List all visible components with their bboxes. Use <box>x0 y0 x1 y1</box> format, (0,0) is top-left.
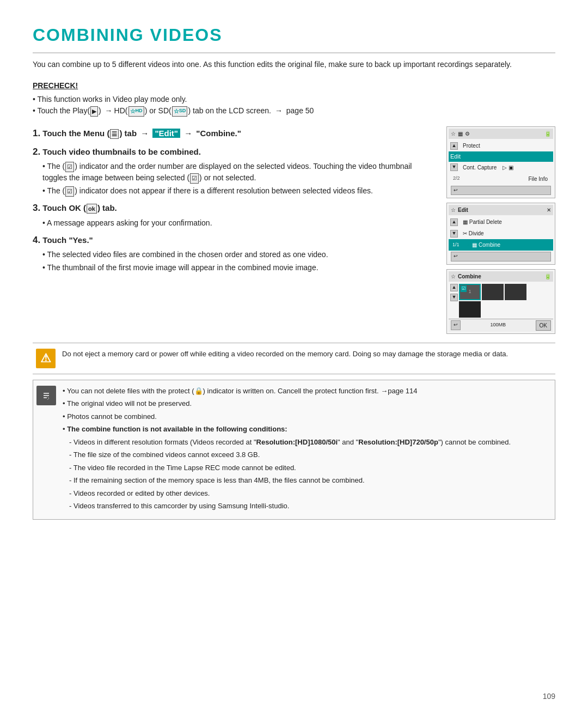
step-4-list: The selected video files are combined in… <box>33 249 436 273</box>
ui-edit-icon-row: ☆ Edit <box>451 206 468 214</box>
step-4: 4. Touch "Yes." The selected video files… <box>33 233 436 274</box>
ui-menu-edit-row: Edit <box>449 151 553 162</box>
ui-combine-battery: 🔋 <box>544 272 551 281</box>
ui-combine-cam-icon: ☆ <box>451 272 456 281</box>
ui-combine-bottom-bar: ↩ 100MB OK <box>449 319 553 332</box>
step-4-header: 4. Touch "Yes." <box>33 233 436 247</box>
ui-panel-edit-header: ☆ Edit ✕ <box>449 205 553 215</box>
ui-menu-cont-capture: Cont. Capture ▷ ▣ <box>460 163 552 172</box>
step-3-item-1: A message appears asking for your confir… <box>42 217 436 229</box>
ui-panel-menu: ☆ ▦ ⚙ 🔋 ▲ Protect Edit ▼ Cont. Capture ▷… <box>446 126 555 198</box>
ui-thumbnails: ☑ 1 <box>459 284 526 318</box>
ui-edit-back-row: ↩ <box>449 251 553 263</box>
note-item-3: Photos cannot be combined. <box>63 411 511 422</box>
warning-text: Do not eject a memory card or power off … <box>62 349 508 360</box>
ui-thumb-1: ☑ 1 <box>459 284 481 300</box>
note-item-2: The original video will not be preserved… <box>63 398 511 409</box>
step-4-item-1: The selected video files are combined in… <box>42 249 436 260</box>
page-number: 109 <box>543 691 555 702</box>
ui-edit-cam-icon: ☆ <box>451 206 456 214</box>
menu-icon-grid: ▦ <box>458 130 463 138</box>
note-box: You can not delete files with the protec… <box>33 380 555 520</box>
ui-fraction-1: 2/2 <box>451 174 462 183</box>
ui-thumb-1-num: ☑ <box>461 285 467 292</box>
note-list: You can not delete files with the protec… <box>63 386 511 514</box>
note-item-6: The file size of the combined videos can… <box>63 449 511 460</box>
note-item-5: Videos in different resolution formats (… <box>63 437 511 448</box>
step-1: 1. Touch the Menu (☰) tab "Edit" "Combin… <box>33 126 436 141</box>
step-2-number: 2. <box>33 147 40 157</box>
precheck-item-1: This function works in Video play mode o… <box>33 94 555 105</box>
note-item-7: The video file recorded in the Time Laps… <box>63 463 511 473</box>
step-2-header: 2. Touch video thumbnails to be combined… <box>33 145 436 159</box>
ui-edit-nav-up: ▲ ▦ Partial Delete <box>449 216 553 228</box>
ui-thumb-4 <box>459 301 481 318</box>
ui-thumb-1-label: 1 <box>468 288 471 296</box>
ui-up-arrow[interactable]: ▲ <box>450 142 458 150</box>
ui-menu-protect-label: Protect <box>460 141 552 150</box>
ui-combine-icon-row: ☆ Combine <box>451 272 481 281</box>
step-3: 3. Touch OK (ok) tab. A message appears … <box>33 201 436 229</box>
ui-menu-edit-label: Edit <box>450 152 461 161</box>
step-1-header: 1. Touch the Menu (☰) tab "Edit" "Combin… <box>33 126 436 141</box>
ui-edit-title: Edit <box>458 206 468 214</box>
menu-icon-cam: ☆ <box>451 130 456 138</box>
ui-menu-cont-label: Cont. Capture ▷ ▣ <box>460 163 552 172</box>
ui-back-row: ↩ <box>449 185 553 197</box>
ui-down-arrow[interactable]: ▼ <box>450 163 458 171</box>
ui-panel-fraction-row: ▼ Cont. Capture ▷ ▣ <box>449 162 553 173</box>
note-item-4: The combine function is not available in… <box>63 424 511 435</box>
precheck-section: PRECHECK! This function works in Video p… <box>33 80 555 117</box>
ui-menu-protect: Protect <box>460 141 552 150</box>
ui-file-info: File Info <box>525 174 551 184</box>
ui-combine-label: ✓ ▦ Combine <box>463 240 504 250</box>
ui-screenshots: ☆ ▦ ⚙ 🔋 ▲ Protect Edit ▼ Cont. Capture ▷… <box>446 126 555 334</box>
instructions: 1. Touch the Menu (☰) tab "Edit" "Combin… <box>33 126 436 334</box>
step-3-header: 3. Touch OK (ok) tab. <box>33 201 436 215</box>
ui-combine-down[interactable]: ▼ <box>450 294 458 301</box>
ui-panel-menu-header: ☆ ▦ ⚙ 🔋 <box>449 129 553 139</box>
ui-combine-title: Combine <box>458 272 481 281</box>
ui-combine-nav-buttons: ▲ ▼ <box>450 284 458 318</box>
note-item-9: Videos recorded or edited by other devic… <box>63 488 511 499</box>
precheck-item-2: Touch the Play(▶) HD(☆HD) or SD(☆SD) tab… <box>33 105 555 117</box>
ui-panel-bottom: 2/2 File Info <box>449 173 553 185</box>
ui-panel-nav-row: ▲ Protect <box>449 140 553 151</box>
ui-combine-up[interactable]: ▲ <box>450 284 458 291</box>
intro-text: You can combine up to 5 different videos… <box>33 59 555 70</box>
ui-ok-btn[interactable]: OK <box>536 320 551 331</box>
ui-combine-thumb-nav: ▲ ▼ ☑ 1 <box>449 283 553 319</box>
step-2-list: The (☑) indicator and the order number a… <box>33 161 436 197</box>
precheck-label: PRECHECK! <box>33 80 555 92</box>
ui-edit-up-arrow[interactable]: ▲ <box>450 218 458 226</box>
precheck-list: This function works in Video play mode o… <box>33 94 555 117</box>
ui-panel-icon-row: ☆ ▦ ⚙ <box>451 130 470 138</box>
ui-back-btn-2[interactable]: ↩ <box>451 252 551 261</box>
step-1-number: 1. <box>33 128 40 138</box>
step-4-number: 4. <box>33 235 40 245</box>
ui-partial-delete: ▦ Partial Delete <box>460 217 505 227</box>
ui-panel-edit: ☆ Edit ✕ ▲ ▦ Partial Delete ▼ ✂ Divide 1… <box>446 203 555 265</box>
ui-back-btn-1[interactable]: ↩ <box>451 186 551 196</box>
ui-edit-down-arrow[interactable]: ▼ <box>450 230 458 238</box>
step-3-number: 3. <box>33 203 40 213</box>
ui-thumb-6 <box>505 301 526 318</box>
ui-panel-combine-header: ☆ Combine 🔋 <box>449 271 553 282</box>
note-icon <box>36 386 56 405</box>
note-item-10: Videos transferred to this camcorder by … <box>63 501 511 512</box>
ui-fraction-2: 1/1 <box>450 241 462 250</box>
ui-thumb-3 <box>505 284 526 300</box>
page-title: COMBINING VIDEOS <box>33 22 555 53</box>
ui-checkmark: ✓ <box>467 242 471 248</box>
step-3-list: A message appears asking for your confir… <box>33 217 436 229</box>
menu-battery-icon: 🔋 <box>544 130 551 138</box>
ui-thumb-2 <box>482 284 504 300</box>
ui-divide: ✂ Divide <box>460 229 487 238</box>
main-layout: 1. Touch the Menu (☰) tab "Edit" "Combin… <box>33 126 555 334</box>
ui-close-icon[interactable]: ✕ <box>547 206 551 214</box>
ui-back-btn-3[interactable]: ↩ <box>451 320 461 330</box>
ui-thumb-5 <box>482 301 504 318</box>
menu-icon-gear: ⚙ <box>465 130 470 138</box>
ui-size-label: 100MB <box>491 321 506 329</box>
ui-combine-row: 1/1 ✓ ▦ Combine <box>449 239 553 251</box>
